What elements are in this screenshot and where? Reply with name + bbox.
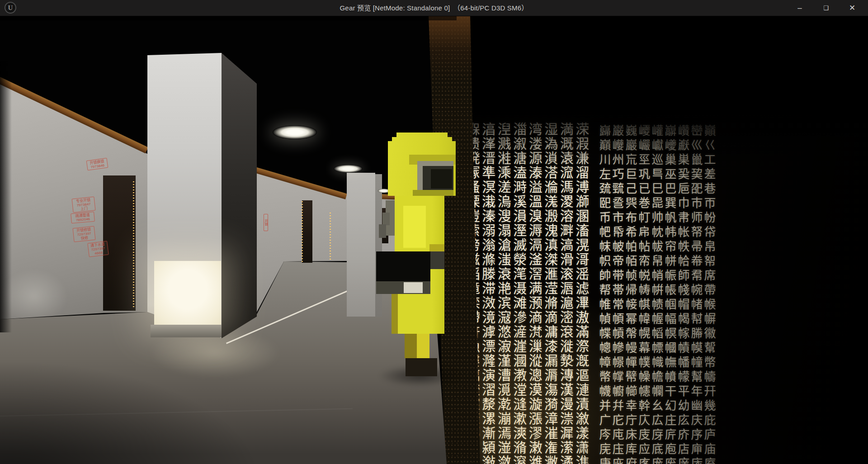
wall-character: 应 — [638, 442, 651, 456]
wall-text-row: 巸巹巺巻巼巽巾巿帀 — [599, 196, 717, 210]
wall-character: 滇 — [543, 238, 559, 252]
wall-character: 溩 — [497, 194, 513, 209]
wall-character: 湽 — [512, 122, 528, 137]
wall-text-row: 幭幮幯幰幱干平年幵 — [599, 384, 717, 398]
character-arm — [379, 224, 386, 238]
wall-character: 庌 — [651, 427, 664, 442]
wall-character: 滘 — [528, 267, 544, 281]
wall-character: 潆 — [559, 440, 575, 455]
wall-text-row: 巯巰己已巳巴巵巶巷 — [599, 181, 717, 196]
wall-character: 庄 — [664, 413, 677, 427]
wall-character: 溵 — [543, 209, 559, 223]
wall-character: 巋 — [599, 123, 612, 138]
wall-character: 巷 — [703, 181, 717, 196]
wall-character: 滰 — [481, 310, 497, 325]
character-feet — [406, 358, 437, 376]
red-stamp-poster: 开锁 — [264, 214, 268, 231]
minimize-button[interactable]: – — [787, 0, 813, 16]
wall-character: 滨 — [497, 296, 513, 310]
red-stamp-poster: 专业开锁 7973847 上门 — [72, 196, 96, 213]
wall-character: 漞 — [497, 383, 513, 397]
character-visor-core — [431, 169, 452, 189]
character-leg-right — [417, 334, 429, 358]
wall-character: 幎 — [664, 326, 677, 341]
wall-character: 幄 — [651, 312, 664, 326]
wall-character: 幁 — [612, 312, 625, 326]
wall-character: 溼 — [512, 223, 528, 238]
wall-character: 巯 — [599, 181, 612, 196]
wall-character: 潏 — [559, 455, 575, 464]
wall-character: 漢 — [559, 383, 575, 397]
wall-character: 帟 — [638, 254, 651, 268]
character-device-box — [376, 251, 430, 281]
wall-character: 溈 — [543, 137, 559, 151]
wall-character: 溳 — [512, 209, 528, 223]
wall-character: 庍 — [664, 427, 677, 442]
wall-character: 巏 — [651, 123, 664, 138]
wall-character: 巳 — [651, 181, 664, 196]
wall-character: 帺 — [638, 297, 651, 312]
wall-character: 幘 — [677, 341, 690, 355]
wall-character: 漻 — [528, 426, 544, 440]
far-pillar-front-face — [347, 173, 375, 317]
wall-character: 庡 — [690, 456, 703, 464]
close-button[interactable]: ✕ — [839, 0, 865, 16]
wall-character: 年 — [690, 384, 703, 398]
wall-character: 漵 — [575, 412, 590, 426]
wall-character: 湻 — [481, 122, 497, 137]
wall-character: 溫 — [528, 194, 544, 209]
wall-character: 帉 — [703, 210, 717, 225]
wall-character: 常 — [612, 297, 625, 312]
wall-character: 滎 — [512, 252, 528, 267]
wall-character: 帞 — [625, 254, 638, 268]
wall-character: 庋 — [638, 427, 651, 442]
wall-character: 漟 — [512, 383, 528, 397]
maximize-button[interactable]: ❑ — [813, 0, 839, 16]
wall-character: 滧 — [481, 296, 497, 310]
poster-line: 开锁 — [264, 215, 268, 230]
wall-character: 漾 — [575, 426, 590, 440]
wall-character: 漆 — [543, 339, 559, 354]
wall-character: 幩 — [664, 369, 677, 384]
wall-character: 溊 — [575, 137, 590, 151]
wall-character: 巍 — [625, 123, 638, 138]
wall-character: 幮 — [612, 384, 625, 398]
wall-character: 溇 — [528, 137, 544, 151]
wall-character: 帾 — [690, 297, 703, 312]
wall-character: 巓 — [703, 123, 717, 138]
wall-character: 滢 — [543, 281, 559, 296]
wall-character: 庖 — [664, 442, 677, 456]
game-viewport[interactable]: 湹湺湻湼湽湾湿満溁溂溃溄溅溆溇溈溉溊溋溌溍溎溏源溑溒溓溔溕準溗溘溙溚溛溜溝溞溟溠… — [0, 16, 868, 464]
wall-text-row: 幉幊幋幌幍幎幏幐幑 — [599, 326, 717, 341]
wall-character: 漼 — [543, 426, 559, 440]
wall-character: 帰 — [625, 283, 638, 297]
wall-character: 巴 — [664, 181, 677, 196]
wall-character: 満 — [559, 122, 575, 137]
wall-text-row: 帷常帹帺帻帼帽帾帿 — [599, 297, 717, 312]
wall-character: 溚 — [543, 166, 559, 180]
wall-character: 漎 — [528, 354, 544, 368]
wall-character: 幰 — [638, 384, 651, 398]
wall-character: 潌 — [512, 455, 528, 464]
wall-character: 漍 — [512, 354, 528, 368]
wall-character: 滠 — [512, 281, 528, 296]
wall-character: 干 — [664, 384, 677, 398]
wall-character: 湼 — [497, 122, 513, 137]
wall-character: 巤 — [690, 152, 703, 167]
wall-character: 帑 — [690, 225, 703, 239]
wall-character: 帴 — [677, 283, 690, 297]
wall-character: 漂 — [481, 339, 497, 354]
wall-character: 巽 — [664, 196, 677, 210]
wall-character: 潋 — [497, 455, 513, 464]
wall-character: 帘 — [664, 239, 677, 254]
wall-character: 漅 — [528, 339, 544, 354]
wall-character: 滐 — [543, 252, 559, 267]
viewport-top-shadow — [0, 16, 457, 20]
wall-character: 巹 — [612, 196, 625, 210]
wall-character: 師 — [677, 268, 690, 283]
wall-character: 幍 — [651, 326, 664, 341]
wall-character: 幦 — [625, 369, 638, 384]
wall-character: 溱 — [481, 209, 497, 223]
window-titlebar[interactable]: U Gear 预览 [NetMode: Standalone 0] （64-bi… — [0, 0, 868, 16]
wall-character: 漌 — [497, 354, 513, 368]
